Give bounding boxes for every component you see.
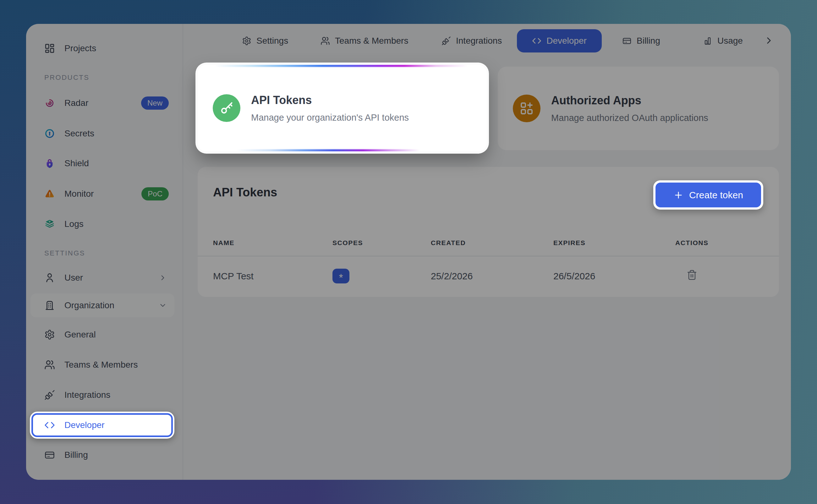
users-icon bbox=[44, 359, 55, 370]
app-window: Projects PRODUCTS Radar New Secrets bbox=[26, 24, 791, 480]
trash-icon bbox=[687, 270, 697, 280]
warning-triangle-icon bbox=[44, 189, 55, 199]
tab-label: Developer bbox=[546, 36, 587, 46]
desktop-background: Projects PRODUCTS Radar New Secrets bbox=[0, 0, 817, 504]
feature-card-text: API Tokens Manage your organization's AP… bbox=[251, 94, 409, 123]
plus-icon bbox=[673, 190, 683, 200]
sidebar: Projects PRODUCTS Radar New Secrets bbox=[26, 24, 183, 480]
key-icon bbox=[213, 94, 240, 122]
section-title: API Tokens bbox=[213, 186, 277, 199]
plug-icon bbox=[44, 390, 55, 400]
gear-icon bbox=[242, 36, 251, 46]
sidebar-item-projects[interactable]: Projects bbox=[30, 36, 174, 60]
dashboard-grid-icon bbox=[44, 43, 55, 54]
radar-icon bbox=[44, 98, 55, 108]
sidebar-item-label: General bbox=[64, 330, 96, 340]
token-created: 25/2/2026 bbox=[431, 271, 553, 282]
poc-badge: PoC bbox=[141, 187, 169, 200]
sidebar-item-label: Shield bbox=[64, 158, 89, 168]
nav-overflow-chevron-right-icon[interactable] bbox=[764, 35, 774, 46]
column-header-expires: EXPIRES bbox=[553, 239, 675, 247]
user-icon bbox=[44, 272, 55, 283]
layers-icon bbox=[44, 219, 55, 229]
token-actions-cell bbox=[675, 270, 779, 282]
sidebar-item-label: User bbox=[64, 273, 83, 283]
sidebar-item-monitor[interactable]: Monitor PoC bbox=[30, 182, 174, 206]
users-icon bbox=[321, 36, 330, 46]
tab-developer-active[interactable]: Developer bbox=[517, 29, 602, 52]
sidebar-item-developer-inner: Developer bbox=[31, 413, 173, 437]
sidebar-item-developer[interactable]: Developer bbox=[30, 412, 174, 439]
tab-settings[interactable]: Settings bbox=[242, 29, 288, 52]
column-header-actions: ACTIONS bbox=[675, 239, 779, 247]
sidebar-item-label: Developer bbox=[64, 420, 105, 430]
sidebar-item-label: Integrations bbox=[64, 390, 110, 400]
sidebar-item-general[interactable]: General bbox=[30, 323, 174, 347]
scope-value: * bbox=[339, 271, 343, 284]
sidebar-section-products: PRODUCTS bbox=[44, 74, 89, 82]
sidebar-item-label: Billing bbox=[64, 450, 88, 460]
sidebar-item-label: Organization bbox=[64, 300, 114, 310]
token-name: MCP Test bbox=[213, 271, 332, 282]
credit-card-icon bbox=[622, 36, 632, 46]
gear-icon bbox=[44, 329, 55, 340]
tab-teams-members[interactable]: Teams & Members bbox=[321, 29, 408, 52]
sidebar-item-organization[interactable]: Organization bbox=[30, 293, 174, 317]
tab-label: Usage bbox=[717, 36, 743, 46]
column-header-created: CREATED bbox=[431, 239, 553, 247]
tab-label: Billing bbox=[637, 36, 660, 46]
feature-card-text: Authorized Apps Manage authorized OAuth … bbox=[551, 94, 708, 123]
sidebar-item-label: Teams & Members bbox=[64, 360, 138, 370]
feature-card-subtitle: Manage authorized OAuth applications bbox=[551, 113, 708, 123]
sidebar-item-logs[interactable]: Logs bbox=[30, 212, 174, 236]
sidebar-item-teams-members[interactable]: Teams & Members bbox=[30, 353, 174, 377]
bar-chart-icon bbox=[703, 36, 712, 46]
create-token-button[interactable]: Create token bbox=[655, 183, 761, 207]
column-header-scopes: SCOPES bbox=[332, 239, 431, 247]
create-token-label: Create token bbox=[689, 190, 743, 200]
sidebar-item-label: Projects bbox=[64, 43, 96, 53]
tab-label: Integrations bbox=[456, 36, 502, 46]
code-icon bbox=[44, 420, 55, 430]
tab-label: Teams & Members bbox=[335, 36, 408, 46]
credit-card-icon bbox=[44, 450, 55, 460]
tab-usage[interactable]: Usage bbox=[703, 29, 743, 52]
new-badge: New bbox=[141, 96, 169, 110]
chevron-right-icon bbox=[159, 274, 167, 282]
chevron-down-icon bbox=[159, 301, 167, 310]
sidebar-item-label: Monitor bbox=[64, 189, 94, 199]
sidebar-section-settings: SETTINGS bbox=[44, 249, 85, 257]
code-icon bbox=[532, 36, 541, 46]
tab-integrations[interactable]: Integrations bbox=[441, 29, 502, 52]
api-tokens-card[interactable]: API Tokens Manage your organization's AP… bbox=[198, 65, 487, 151]
main-content: Settings Teams & Members Integrations De… bbox=[184, 24, 791, 480]
sidebar-item-shield[interactable]: Shield bbox=[30, 151, 174, 175]
sidebar-item-label: Secrets bbox=[64, 129, 94, 139]
delete-token-button[interactable] bbox=[687, 270, 697, 280]
apps-add-icon bbox=[513, 95, 540, 122]
sidebar-item-label: Logs bbox=[64, 219, 84, 229]
sidebar-item-user[interactable]: User bbox=[30, 266, 174, 290]
feature-card-title: API Tokens bbox=[251, 94, 409, 107]
column-header-name: NAME bbox=[213, 239, 332, 247]
scope-badge: * bbox=[332, 269, 349, 283]
tab-billing[interactable]: Billing bbox=[622, 29, 660, 52]
sidebar-item-secrets[interactable]: Secrets bbox=[30, 122, 174, 145]
token-expires: 26/5/2026 bbox=[553, 271, 675, 282]
shield-lock-icon bbox=[44, 158, 55, 169]
tab-label: Settings bbox=[256, 36, 288, 46]
create-token-button-ring: Create token bbox=[653, 180, 763, 210]
sidebar-item-label: Radar bbox=[64, 98, 88, 108]
plug-icon bbox=[441, 36, 451, 46]
sidebar-item-billing[interactable]: Billing bbox=[30, 443, 174, 467]
keyhole-circle-icon bbox=[44, 128, 55, 139]
sidebar-item-radar[interactable]: Radar New bbox=[30, 91, 174, 115]
sidebar-item-integrations[interactable]: Integrations bbox=[30, 383, 174, 407]
table-header-row: NAME SCOPES CREATED EXPIRES ACTIONS bbox=[198, 230, 779, 256]
feature-card-title: Authorized Apps bbox=[551, 94, 708, 107]
authorized-apps-card[interactable]: Authorized Apps Manage authorized OAuth … bbox=[498, 67, 779, 150]
feature-card-subtitle: Manage your organization's API tokens bbox=[251, 112, 409, 123]
table-row: MCP Test * 25/2/2026 26/5/2026 bbox=[198, 256, 779, 296]
api-tokens-section: API Tokens Create token NAME SCOPES CREA… bbox=[198, 167, 779, 297]
building-icon bbox=[44, 300, 55, 311]
